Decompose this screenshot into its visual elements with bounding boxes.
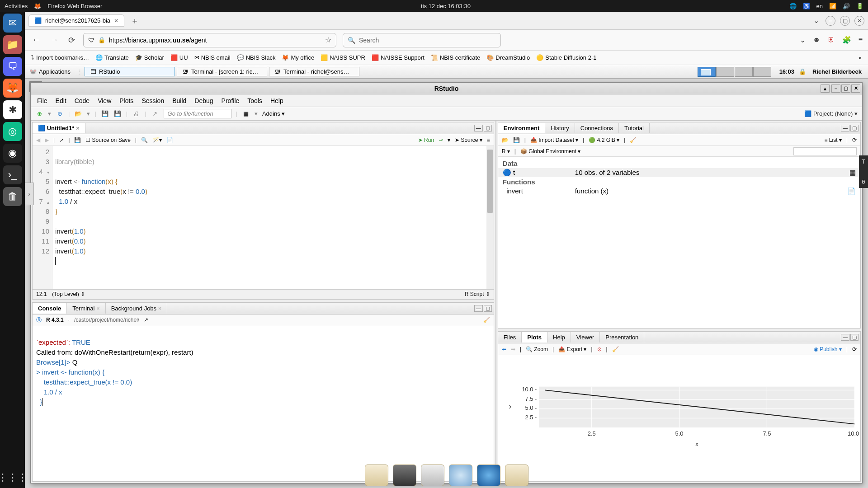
close-button[interactable]: ✕ bbox=[854, 16, 864, 26]
tab-history[interactable]: History bbox=[545, 123, 575, 133]
globe-icon[interactable]: 🌐 bbox=[789, 3, 797, 9]
workspace-4[interactable] bbox=[753, 67, 771, 77]
firefox-dock-icon[interactable]: 🦊 bbox=[3, 79, 22, 98]
dock-files-icon[interactable] bbox=[505, 465, 528, 486]
bookmarks-overflow-icon[interactable]: » bbox=[859, 54, 862, 61]
browser-tab[interactable]: 🟦 richel@sens2017625-bia ✕ bbox=[28, 14, 124, 27]
clear-plots-icon[interactable]: 🧹 bbox=[612, 346, 619, 352]
window-close-icon[interactable]: ✕ bbox=[851, 84, 860, 93]
save-source-icon[interactable]: 💾 bbox=[74, 137, 81, 143]
remote-clock[interactable]: 16:03 bbox=[775, 68, 799, 75]
memory-usage[interactable]: 🟢 4.2 GiB ▾ bbox=[589, 137, 619, 143]
search-bar[interactable]: 🔍 Search bbox=[343, 33, 501, 47]
tab-presentation[interactable]: Presentation bbox=[600, 332, 644, 343]
dock-disk-icon[interactable] bbox=[421, 465, 444, 486]
bookmark-item[interactable]: 🟨 NAISS SUPR bbox=[321, 54, 365, 61]
taskbar-item-rstudio[interactable]: 🗔 RStudio bbox=[85, 67, 175, 76]
remote-user[interactable]: Richel Bilderbeek bbox=[806, 68, 868, 75]
lang-selector[interactable]: R ▾ bbox=[502, 148, 510, 155]
env-scope-selector[interactable]: 📦 Global Environment ▾ bbox=[520, 148, 580, 155]
files-icon[interactable]: 📁 bbox=[3, 35, 22, 54]
extensions-icon[interactable]: 🧩 bbox=[842, 36, 851, 44]
battery-icon[interactable]: 🔋 bbox=[856, 3, 863, 9]
run-button[interactable]: ➤ Run bbox=[418, 137, 434, 143]
bookmark-item[interactable]: 🦊 My office bbox=[282, 54, 314, 61]
clock-label[interactable]: tis 12 dec 16:03:30 bbox=[421, 3, 471, 9]
menu-tools[interactable]: Tools bbox=[247, 97, 262, 104]
applications-menu[interactable]: 🐭 Applications bbox=[25, 67, 75, 76]
remove-plot-icon[interactable]: ⊘ bbox=[597, 346, 602, 352]
tab-bgjobs[interactable]: Background Jobs × bbox=[106, 303, 168, 314]
wifi-icon[interactable]: 📶 bbox=[829, 3, 836, 9]
code-editor[interactable]: 234 ▾567 ▴89101112 library(tibble) inver… bbox=[33, 146, 494, 289]
menu-code[interactable]: Code bbox=[75, 97, 90, 104]
workspace-2[interactable] bbox=[716, 67, 734, 77]
element-icon[interactable]: ◎ bbox=[3, 122, 22, 141]
show-apps-icon[interactable]: ⋮⋮⋮ bbox=[0, 472, 28, 483]
file-type[interactable]: R Script ⇕ bbox=[465, 291, 490, 297]
import-dataset-button[interactable]: 📥 Import Dataset ▾ bbox=[530, 137, 578, 143]
menu-plots[interactable]: Plots bbox=[119, 97, 133, 104]
zoom-button[interactable]: 🔍 Zoom bbox=[526, 346, 548, 352]
project-menu[interactable]: 🟦 Project: (None) ▾ bbox=[804, 110, 858, 117]
menu-edit[interactable]: Edit bbox=[56, 97, 66, 104]
window-minimize-icon[interactable]: – bbox=[831, 84, 840, 93]
grid-view-icon[interactable]: ▦ bbox=[849, 169, 856, 177]
load-workspace-icon[interactable]: 📂 bbox=[502, 137, 509, 143]
bookmark-item[interactable]: ⤵ Import bookmarks… bbox=[31, 54, 89, 61]
address-bar[interactable]: 🛡 🔒 https://bianca.uppmax.uu.se/agent ☆ bbox=[83, 33, 336, 47]
lock-icon[interactable]: 🔒 bbox=[98, 37, 105, 43]
publish-button[interactable]: ◉ Publish ▾ bbox=[814, 346, 842, 352]
new-tab-button[interactable]: ＋ bbox=[128, 15, 142, 26]
workspace-switcher[interactable] bbox=[698, 67, 771, 77]
bookmark-star-icon[interactable]: ☆ bbox=[325, 36, 331, 44]
tab-environment[interactable]: Environment bbox=[498, 123, 545, 133]
pane-max-icon[interactable]: ▢ bbox=[484, 125, 492, 131]
pane-max-icon[interactable]: ▢ bbox=[850, 125, 859, 131]
plot-next-icon[interactable]: ➡ bbox=[511, 346, 515, 352]
menu-build[interactable]: Build bbox=[172, 97, 186, 104]
rstudio-titlebar[interactable]: RStudio ▲ – ▢ ✕ bbox=[31, 83, 862, 94]
console-output[interactable]: `expected`: TRUE Called from: doWithOneR… bbox=[33, 326, 494, 481]
menu-view[interactable]: View bbox=[98, 97, 111, 104]
tab-close-icon[interactable]: ✕ bbox=[114, 18, 118, 24]
tab-files[interactable]: Files bbox=[498, 332, 522, 343]
trash-icon[interactable]: 🗑 bbox=[3, 187, 22, 206]
source-tab[interactable]: 🟦 Untitled1* × bbox=[33, 123, 85, 133]
dock-home-icon[interactable] bbox=[365, 465, 388, 486]
popout-icon[interactable]: ↗ bbox=[59, 137, 64, 143]
activities-button[interactable]: Activities bbox=[5, 3, 28, 9]
goto-file-input[interactable]: Go to file/function bbox=[164, 109, 231, 118]
back-source-icon[interactable]: ◀ bbox=[36, 137, 40, 143]
window-maximize-icon[interactable]: ▢ bbox=[841, 84, 850, 93]
rerun-icon[interactable]: ⤻ bbox=[439, 137, 443, 143]
env-search-input[interactable] bbox=[793, 147, 857, 155]
rollup-icon[interactable]: ▲ bbox=[821, 84, 830, 93]
new-file-icon[interactable]: ⊕ bbox=[35, 110, 43, 118]
dock-search-icon[interactable] bbox=[477, 465, 500, 486]
back-button[interactable]: ← bbox=[30, 33, 42, 47]
working-dir[interactable]: /castor/project/home/richel/ bbox=[74, 317, 139, 323]
bookmark-item[interactable]: 🎨 DreamStudio bbox=[486, 54, 530, 61]
pane-max-icon[interactable]: ▢ bbox=[850, 334, 859, 341]
tabs-dropdown-icon[interactable]: ⌄ bbox=[811, 16, 821, 26]
thunderbird-icon[interactable]: ✉ bbox=[3, 14, 22, 33]
bookmark-item[interactable]: ✉ NBIS email bbox=[194, 54, 231, 61]
taskbar-item-terminal2[interactable]: 🖳 Terminal - richel@sens… bbox=[269, 67, 359, 76]
bookmark-item[interactable]: 🟥 UU bbox=[170, 54, 188, 61]
shield-icon[interactable]: 🛡 bbox=[88, 37, 94, 44]
pane-min-icon[interactable]: — bbox=[841, 334, 849, 341]
env-row-function[interactable]: invert function (x) 📄 bbox=[498, 187, 860, 196]
save-workspace-icon[interactable]: 💾 bbox=[513, 137, 520, 143]
bookmark-item[interactable]: 🌐 Translate bbox=[95, 54, 129, 61]
find-icon[interactable]: 🔍 bbox=[141, 137, 148, 143]
source-button[interactable]: ➤ Source ▾ bbox=[455, 137, 482, 143]
taskbar-item-terminal1[interactable]: 🖳 Terminal - [screen 1: ric… bbox=[177, 67, 267, 76]
source-on-save-check[interactable]: ☐ Source on Save bbox=[85, 137, 131, 143]
obs-icon[interactable]: ◉ bbox=[3, 144, 22, 163]
ublock-icon[interactable]: ⛨ bbox=[828, 36, 835, 44]
bookmark-item[interactable]: 🟡 Stable Diffusion 2-1 bbox=[536, 54, 596, 61]
refresh-plot-icon[interactable]: ⟳ bbox=[852, 346, 857, 352]
current-app-label[interactable]: Firefox Web Browser bbox=[47, 3, 102, 9]
pane-max-icon[interactable]: ▢ bbox=[484, 305, 492, 312]
